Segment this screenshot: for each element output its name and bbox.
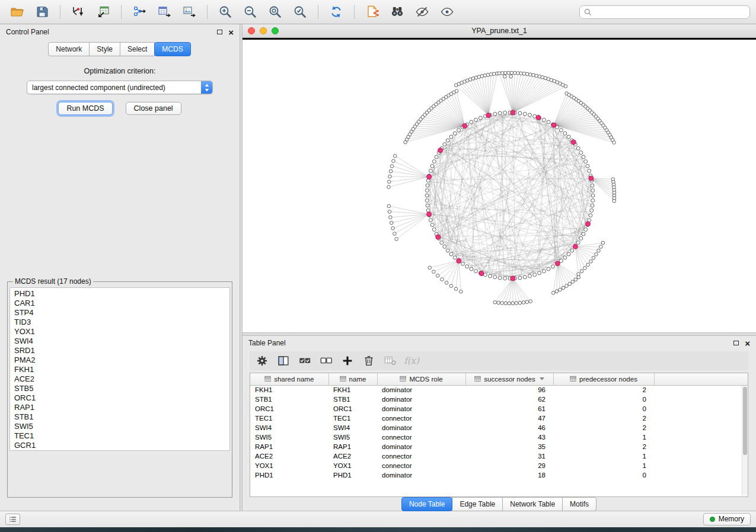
table-cell: YOX1 [250,461,328,470]
show-columns-button[interactable] [276,353,291,368]
table-row[interactable]: SWI5SWI5connector431 [250,432,748,442]
share-network-button[interactable] [361,2,384,21]
toggle-graphics-details-button[interactable] [411,2,433,21]
column-header-predecessor_nodes[interactable]: predecessor nodes [553,373,654,385]
tab-motifs[interactable]: Motifs [562,497,596,511]
unselect-all-columns-button[interactable] [318,353,334,368]
create-column-button[interactable] [340,353,355,368]
column-header-successor_nodes[interactable]: successor nodes [465,373,553,385]
import-table-button[interactable] [92,2,114,21]
export-image-button[interactable] [178,2,200,21]
mcds-result-item[interactable]: TEC1 [10,431,229,441]
mcds-result-item[interactable]: SRD1 [10,346,229,355]
zoom-selected-button[interactable] [289,2,311,21]
control-panel-tabs: NetworkStyleSelectMCDS [0,42,240,56]
table-row[interactable]: ACE2ACE2connector311 [250,451,748,461]
import-network-button[interactable] [67,2,90,21]
mcds-result-item[interactable]: SWI4 [10,336,229,346]
search-input[interactable] [595,8,746,16]
table-row[interactable]: ORC1ORC1dominator610 [250,404,748,414]
run-mcds-button[interactable]: Run MCDS [58,102,112,115]
export-table-button[interactable] [153,2,176,21]
table-cell-filler [654,414,748,423]
table-row[interactable]: RAP1RAP1dominator352 [250,442,748,451]
mcds-result-item[interactable]: YOX1 [10,327,229,336]
mcds-result-item[interactable]: FKH1 [10,365,229,374]
table-cell: STB1 [328,395,377,404]
table-settings-button[interactable] [254,353,270,368]
window-zoom-button[interactable] [272,27,279,34]
network-window-titlebar[interactable]: YPA_prune.txt_1 [243,24,756,38]
table-cell: ACE2 [328,451,377,461]
export-network-button[interactable] [128,2,151,21]
save-session-button[interactable] [31,2,53,21]
table-cell: 35 [465,442,553,451]
table-row[interactable]: SWI4SWI4dominator462 [250,423,748,432]
search-box[interactable] [579,5,750,19]
mcds-result-item[interactable]: ORC1 [10,393,229,403]
close-panel-button[interactable]: Close panel [126,102,181,115]
column-header-name[interactable]: name [328,373,377,385]
column-header-mcds_role[interactable]: MCDS role [377,373,465,385]
tab-style[interactable]: Style [89,42,120,56]
tab-edge-table[interactable]: Edge Table [452,497,503,511]
memory-button[interactable]: Memory [703,513,751,525]
tab-node-table[interactable]: Node Table [401,497,453,511]
table-cell: dominator [377,385,465,395]
mcds-result-item[interactable]: PMA2 [10,355,229,365]
tab-select[interactable]: Select [120,42,155,56]
window-close-button[interactable] [248,27,255,34]
find-button[interactable] [386,2,409,21]
export-img-icon [182,5,196,19]
select-all-columns-button[interactable] [297,353,312,368]
show-graphics-details-button[interactable] [436,2,458,21]
table-scrollbar[interactable] [742,386,748,496]
float-table-panel-icon[interactable] [733,341,739,345]
mcds-result-item[interactable]: PHD1 [10,289,229,299]
open-session-button[interactable] [6,2,28,21]
sort-chevron-icon [540,377,544,380]
table-cell: dominator [377,470,465,480]
close-panel-icon[interactable]: × [228,28,234,37]
export-table-icon [157,5,171,19]
table-scrollbar-thumb[interactable] [743,387,747,455]
mcds-result-item[interactable]: CAR1 [10,299,229,308]
mcds-result-item[interactable]: TID3 [10,318,229,327]
table-row[interactable]: STB1STB1dominator620 [250,395,748,404]
refresh-view-button[interactable] [325,2,347,21]
table-cell: SWI4 [328,423,377,432]
mcds-result-item[interactable]: STB5 [10,384,229,393]
status-bar: Memory [0,511,756,527]
mcds-result-item[interactable]: RAP1 [10,403,229,412]
network-view[interactable] [243,40,756,332]
zoom-out-button[interactable] [239,2,261,21]
table-cell: 47 [465,414,553,423]
tab-network[interactable]: Network [48,42,90,56]
mcds-result-item[interactable]: STP4 [10,308,229,318]
mcds-result-item[interactable]: SWI5 [10,422,229,431]
window-minimize-button[interactable] [260,27,267,34]
table-cell: 18 [465,470,553,480]
table-cell: dominator [377,442,465,451]
float-panel-icon[interactable] [217,30,222,34]
zoom-in-button[interactable] [214,2,237,21]
tab-network-table[interactable]: Network Table [502,497,563,511]
table-row[interactable]: FKH1FKH1dominator962 [250,385,748,395]
control-panel-title: Control Panel [6,28,49,36]
mcds-result-item[interactable]: ACE2 [10,374,229,384]
table-row[interactable]: YOX1YOX1connector291 [250,461,748,470]
zoom-fit-button[interactable] [264,2,286,21]
table-row[interactable]: TEC1TEC1connector472 [250,414,748,423]
table-row[interactable]: PHD1PHD1dominator180 [250,470,748,480]
mcds-result-item[interactable]: STB1 [10,412,229,422]
criterion-select[interactable]: largest connected component (undirected) [27,81,213,94]
show-panels-menu-button[interactable] [5,514,20,525]
column-header-shared_name[interactable]: shared name [250,373,328,385]
column-header-filler [654,373,748,385]
tab-mcds[interactable]: MCDS [154,42,190,56]
main-toolbar [0,0,756,24]
mcds-result-item[interactable]: GCR1 [10,441,229,450]
mcds-result-list[interactable]: PHD1CAR1STP4TID3YOX1SWI4SRD1PMA2FKH1ACE2… [9,287,230,451]
delete-columns-button[interactable] [361,353,377,368]
close-table-panel-icon[interactable]: × [745,339,750,348]
